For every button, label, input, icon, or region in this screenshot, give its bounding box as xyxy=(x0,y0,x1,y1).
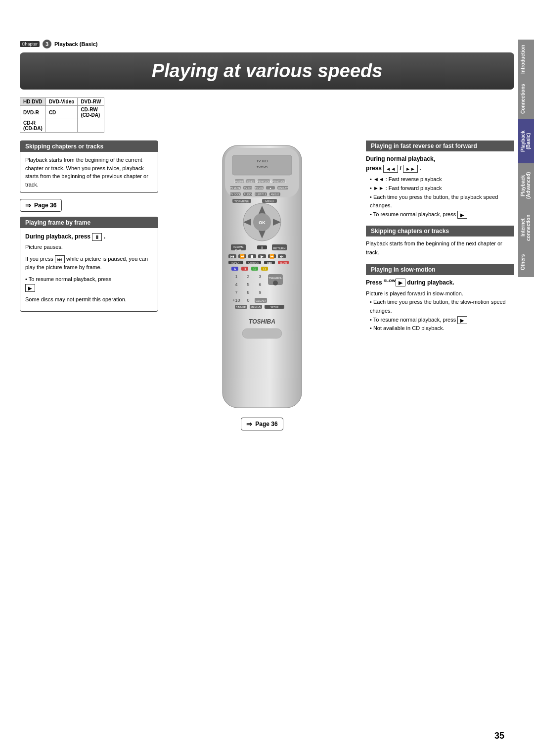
play-button-inline: ▶ xyxy=(25,284,35,292)
svg-text:D: D xyxy=(263,267,266,271)
sidebar-tab-introduction[interactable]: Introduction xyxy=(518,40,534,79)
svg-text:DISPLAY: DISPLAY xyxy=(278,187,288,189)
pause-button-icon: ⏸ xyxy=(92,233,102,241)
page-ref-top: ⇒ Page 36 xyxy=(20,199,62,212)
svg-text:ON/STBY: ON/STBY xyxy=(234,180,245,183)
svg-text:⏩: ⏩ xyxy=(269,254,274,259)
svg-text:TV H/D: TV H/D xyxy=(257,159,268,163)
svg-text:TOSHIBA: TOSHIBA xyxy=(249,318,275,325)
disc-empty1 xyxy=(45,119,78,133)
sidebar-tab-internet[interactable]: Internet connection xyxy=(518,208,534,247)
svg-text:⏭⏭: ⏭⏭ xyxy=(267,261,272,264)
slow-motion-details: Picture is played forward in slow-motion… xyxy=(366,289,514,333)
rewind-button: ◄◄ xyxy=(383,165,398,173)
fastforward-button: ►► xyxy=(403,165,418,173)
svg-text:2: 2 xyxy=(247,274,249,279)
page-title: Playing at various speeds xyxy=(35,60,499,82)
skip-chapters-body: Playback starts from the beginning of th… xyxy=(20,152,158,192)
frame-body-2: If you press ⏭ while a picture is paused… xyxy=(25,255,153,272)
svg-text:SUBTITLE: SUBTITLE xyxy=(255,193,267,196)
sidebar-tab-others[interactable]: Others xyxy=(518,247,534,277)
page-number: 35 xyxy=(494,731,504,741)
disc-cdr: CD-R(CD-DA) xyxy=(20,119,46,133)
slow-motion-instruction: Press SLOW▶ during playback. xyxy=(366,278,514,287)
slow-button: ▶ xyxy=(396,279,405,286)
fast-playback-details: ◄◄ : Fast reverse playback ►► : Fast for… xyxy=(366,175,514,219)
svg-text:MENU: MENU xyxy=(265,200,274,203)
svg-text:⏮: ⏮ xyxy=(230,254,234,259)
chapter-header: Chapter 3 Playback (Basic) xyxy=(20,40,514,48)
frame-body-4: Some discs may not permit this operation… xyxy=(25,295,153,304)
svg-text:TV MUTE: TV MUTE xyxy=(230,187,241,189)
svg-text:ANGLE: ANGLE xyxy=(271,193,280,196)
content-layout: Skipping chapters or tracks Playback sta… xyxy=(20,141,514,435)
svg-text:▲: ▲ xyxy=(269,187,272,189)
remote-control-area: TV H/D TV/DVD ON/STBY E1/E2 OPEN/CLOSE O… xyxy=(166,141,358,435)
slow-motion-section: Playing in slow-motion Press SLOW▶ durin… xyxy=(366,264,514,333)
frame-by-frame-box: Playing frame by frame During playback, … xyxy=(20,217,158,312)
svg-text:AUDIO: AUDIO xyxy=(244,193,252,196)
fast-playback-header: Playing in fast reverse or fast forward xyxy=(366,141,514,151)
skip-chapters-right-body: Playback starts from the beginning of th… xyxy=(366,239,514,257)
svg-text:C: C xyxy=(253,267,256,271)
svg-text:PLAY: PLAY xyxy=(235,248,242,251)
left-column: Skipping chapters or tracks Playback sta… xyxy=(20,141,158,435)
remote-control-svg: TV H/D TV/DVD ON/STBY E1/E2 OPEN/CLOSE O… xyxy=(208,141,316,418)
svg-text:TOPMENU: TOPMENU xyxy=(234,200,249,203)
svg-text:5: 5 xyxy=(247,282,249,287)
disc-empty2 xyxy=(78,119,104,133)
svg-text:RETURN: RETURN xyxy=(273,247,286,250)
svg-text:⏪: ⏪ xyxy=(240,254,245,259)
skip-chapters-right-header: Skipping chapters or tracks xyxy=(366,226,514,236)
fast-playback-section: Playing in fast reverse or fast forward … xyxy=(366,141,514,219)
disc-dvdrw: DVD-RW xyxy=(78,98,104,106)
svg-text:1: 1 xyxy=(235,274,237,279)
svg-text:0: 0 xyxy=(247,298,249,303)
chapter-number: 3 xyxy=(43,40,51,48)
svg-text:MANU-B: MANU-B xyxy=(251,306,261,309)
frame-body-3: • To resume normal playback, press ▶ xyxy=(25,275,153,292)
svg-text:SLOW: SLOW xyxy=(280,261,287,264)
svg-text:⏸: ⏸ xyxy=(261,246,264,249)
svg-text:TV VOL: TV VOL xyxy=(255,187,264,189)
play-resume-slow: ▶ xyxy=(457,316,467,324)
disc-cdrw: CD-RW(CD-DA) xyxy=(78,106,104,119)
sidebar-tab-playback-advanced[interactable]: Playback (Advanced) xyxy=(518,163,534,208)
svg-text:9: 9 xyxy=(259,290,261,295)
svg-text:SETUP: SETUP xyxy=(270,306,279,309)
right-column: Playing in fast reverse or fast forward … xyxy=(366,141,514,435)
slow-motion-header: Playing in slow-motion xyxy=(366,264,514,275)
svg-text:TV CODE: TV CODE xyxy=(230,193,241,196)
main-content: Chapter 3 Playback (Basic) Playing at va… xyxy=(20,40,514,736)
svg-text:⏭: ⏭ xyxy=(280,254,284,259)
sidebar-tab-connections[interactable]: Connections xyxy=(518,79,534,119)
svg-text:TV CH: TV CH xyxy=(244,187,252,189)
skip-chapters-right-section: Skipping chapters or tracks Playback sta… xyxy=(366,226,514,257)
play-resume-fast: ▶ xyxy=(457,211,467,219)
svg-text:7: 7 xyxy=(235,290,237,295)
disc-hddvd: HD DVD xyxy=(20,98,46,106)
svg-text:4: 4 xyxy=(235,282,237,287)
fast-playback-instruction: During normal playback, press ◄◄ / ►► . xyxy=(366,154,514,173)
sidebar-tab-playback-basic[interactable]: Playback (Basic) xyxy=(518,119,534,163)
skip-chapters-box: Skipping chapters or tracks Playback sta… xyxy=(20,141,158,193)
disc-cd: CD xyxy=(45,106,78,119)
frame-by-frame-header: Playing frame by frame xyxy=(20,217,158,228)
page-ref-arrow-icon: ⇒ xyxy=(25,201,31,209)
disc-dvdvideo: DVD-Video xyxy=(45,98,78,106)
svg-text:6: 6 xyxy=(259,282,261,287)
svg-text:+10: +10 xyxy=(232,298,240,303)
svg-rect-2 xyxy=(232,155,292,175)
frame-step-icon: ⏭ xyxy=(55,255,65,263)
svg-text:DIMMER: DIMMER xyxy=(236,306,246,309)
sidebar-tabs: Introduction Connections Playback (Basic… xyxy=(518,40,534,277)
svg-text:CLEAR: CLEAR xyxy=(256,299,266,302)
svg-text:3: 3 xyxy=(259,274,261,279)
skip-chapters-header: Skipping chapters or tracks xyxy=(20,141,158,152)
svg-text:B: B xyxy=(244,267,246,271)
page-ref-bottom: ⇒ Page 36 xyxy=(241,418,283,430)
svg-text:REPEAT: REPEAT xyxy=(231,261,241,264)
svg-text:⏹: ⏹ xyxy=(250,254,254,259)
chapter-label: Chapter xyxy=(20,41,40,47)
svg-text:A: A xyxy=(234,267,236,271)
